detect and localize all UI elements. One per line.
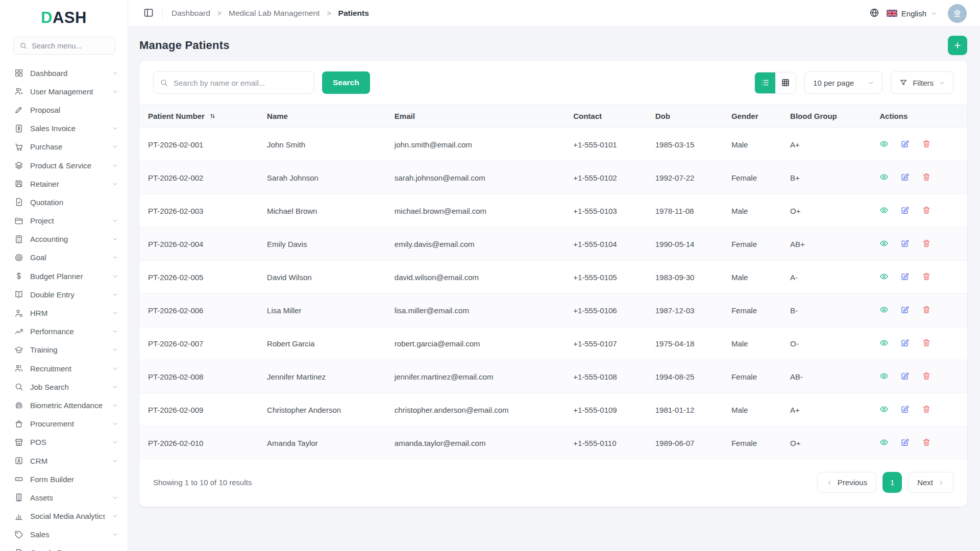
cell-email: christopher.anderson@email.com: [389, 393, 568, 427]
sidebar-item[interactable]: Budget Planner: [0, 267, 128, 285]
sidebar-item[interactable]: POS: [0, 433, 128, 452]
cell-name: Christopher Anderson: [262, 393, 389, 427]
globe-button[interactable]: [869, 8, 880, 19]
filters-button[interactable]: Filters: [891, 71, 953, 94]
chevron-down-icon: [868, 80, 874, 86]
column-header[interactable]: Patient Number: [139, 105, 262, 128]
sidebar-item[interactable]: Goal: [0, 248, 128, 267]
view-button[interactable]: [879, 272, 889, 283]
pagination: Previous 1 Next: [817, 472, 953, 493]
sidebar-item[interactable]: Retainer: [0, 174, 128, 193]
trash-icon: [922, 305, 931, 314]
table-search-input[interactable]: [153, 71, 314, 94]
breadcrumb-dashboard[interactable]: Dashboard: [172, 9, 210, 18]
view-button[interactable]: [879, 338, 889, 349]
previous-page-button[interactable]: Previous: [817, 472, 876, 493]
cell-name: Amanda Taylor: [262, 427, 389, 460]
sidebar-item[interactable]: Proposal: [0, 101, 128, 119]
trash-icon: [922, 139, 931, 148]
sidebar-item[interactable]: Project: [0, 212, 128, 230]
sidebar-item[interactable]: Training: [0, 341, 128, 359]
trash-icon: [922, 239, 931, 248]
delete-button[interactable]: [922, 172, 931, 183]
topbar: Dashboard > Medical Lab Management > Pat…: [128, 0, 980, 27]
language-selector[interactable]: English: [887, 9, 937, 18]
next-page-button[interactable]: Next: [908, 472, 953, 493]
view-button[interactable]: [879, 438, 889, 448]
sidebar-item[interactable]: Performance: [0, 322, 128, 341]
view-button[interactable]: [879, 172, 889, 183]
cell-dob: 1975-04-18: [650, 327, 726, 360]
view-button[interactable]: [879, 139, 889, 150]
edit-button[interactable]: [900, 206, 910, 216]
view-button[interactable]: [879, 405, 889, 415]
cell-name: Michael Brown: [262, 194, 389, 228]
delete-button[interactable]: [922, 239, 931, 249]
search-button[interactable]: Search: [322, 71, 370, 94]
page-title: Manage Patients: [139, 39, 230, 52]
chevron-down-icon: [112, 70, 118, 77]
delete-button[interactable]: [922, 305, 931, 316]
sidebar-item[interactable]: CRM: [0, 452, 128, 470]
sidebar-item[interactable]: Sales Invoice: [0, 119, 128, 138]
sidebar-item[interactable]: Dashboard: [0, 64, 128, 82]
sidebar-item[interactable]: Google Forms: [0, 544, 128, 551]
grid-view-button[interactable]: [775, 72, 796, 93]
delete-button[interactable]: [922, 206, 931, 216]
table-row: PT-2026-02-003 Michael Brown michael.bro…: [139, 194, 967, 228]
edit-button[interactable]: [900, 139, 910, 150]
list-view-button[interactable]: [755, 72, 775, 93]
delete-button[interactable]: [922, 338, 931, 349]
view-button[interactable]: [879, 305, 889, 316]
edit-button[interactable]: [900, 239, 910, 249]
delete-button[interactable]: [922, 272, 931, 283]
sidebar-search-input[interactable]: [32, 42, 109, 50]
table-row: PT-2026-02-009 Christopher Anderson chri…: [139, 393, 967, 427]
sidebar-item[interactable]: User Management: [0, 82, 128, 101]
sidebar-item[interactable]: Job Search: [0, 378, 128, 396]
sidebar-item[interactable]: Accounting: [0, 230, 128, 248]
avatar[interactable]: [948, 4, 967, 23]
edit-button[interactable]: [900, 338, 910, 349]
cell-name: Lisa Miller: [262, 294, 389, 327]
edit-button[interactable]: [900, 272, 910, 283]
edit-button[interactable]: [900, 438, 910, 448]
cell-patient-number: PT-2026-02-009: [139, 393, 262, 427]
page-1-button[interactable]: 1: [883, 472, 902, 493]
delete-button[interactable]: [922, 438, 931, 448]
search-icon: [14, 382, 23, 391]
table-row: PT-2026-02-002 Sarah Johnson sarah.johns…: [139, 161, 967, 194]
delete-button[interactable]: [922, 139, 931, 150]
sidebar-item[interactable]: Social Media Analytics: [0, 507, 128, 525]
sidebar-item[interactable]: Procurement: [0, 415, 128, 433]
edit-button[interactable]: [900, 305, 910, 316]
view-button[interactable]: [879, 371, 889, 382]
sidebar-item[interactable]: Recruitment: [0, 359, 128, 378]
doc-lines-icon: [14, 548, 23, 551]
edit-button[interactable]: [900, 405, 910, 415]
delete-button[interactable]: [922, 405, 931, 415]
sidebar-item[interactable]: Assets: [0, 488, 128, 507]
sidebar-item[interactable]: HRM: [0, 304, 128, 322]
brand-logo-rest: ASH: [53, 9, 87, 27]
sidebar-item[interactable]: Sales: [0, 525, 128, 544]
view-button[interactable]: [879, 239, 889, 249]
per-page-select[interactable]: 10 per page: [804, 71, 883, 94]
sidebar-item[interactable]: Product & Service: [0, 156, 128, 174]
sidebar-item[interactable]: Form Builder: [0, 470, 128, 488]
view-button[interactable]: [879, 206, 889, 216]
cell-name: Jennifer Martinez: [262, 360, 389, 393]
cell-name: David Wilson: [262, 261, 389, 294]
delete-button[interactable]: [922, 371, 931, 382]
breadcrumb-medical-lab-management[interactable]: Medical Lab Management: [229, 9, 320, 18]
sidebar-toggle-button[interactable]: [143, 8, 155, 19]
sidebar-item[interactable]: Biometric Attendance: [0, 396, 128, 414]
sidebar-item[interactable]: Double Entry: [0, 285, 128, 304]
brand-logo[interactable]: DASH: [0, 0, 128, 31]
add-patient-button[interactable]: [948, 36, 967, 55]
edit-button[interactable]: [900, 371, 910, 382]
edit-button[interactable]: [900, 172, 910, 183]
sidebar-item[interactable]: Quotation: [0, 193, 128, 211]
column-header: Email: [389, 105, 568, 128]
sidebar-item[interactable]: Purchase: [0, 138, 128, 156]
